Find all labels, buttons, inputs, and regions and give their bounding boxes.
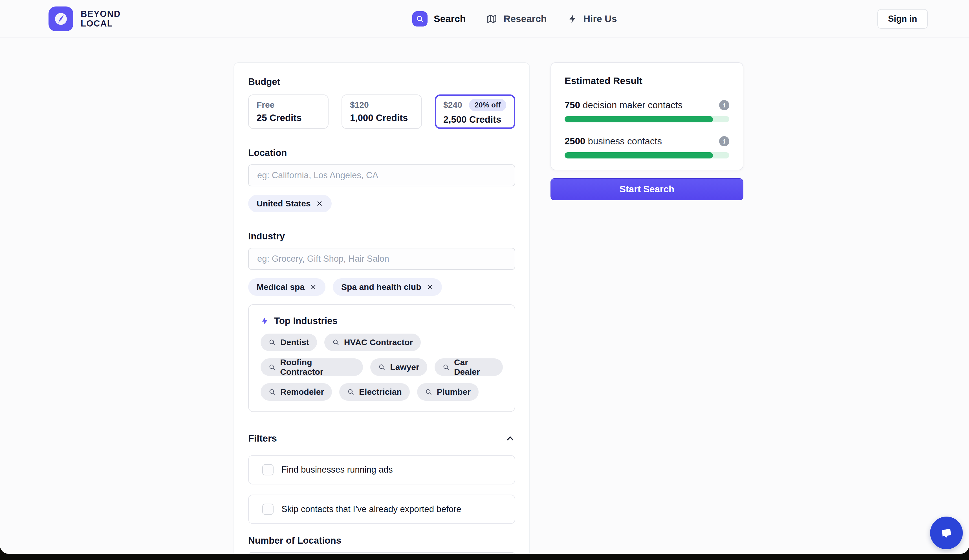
budget-option-free[interactable]: Free 25 Credits xyxy=(248,95,328,129)
nav-item-research[interactable]: Research xyxy=(486,13,546,24)
search-icon xyxy=(378,364,386,371)
estimate-column: Estimated Result 750 decision maker cont… xyxy=(551,62,743,200)
compass-logo-icon xyxy=(48,7,73,31)
industry-input[interactable] xyxy=(248,248,515,270)
estimate-text: 750 decision maker contacts xyxy=(564,100,683,111)
progress-fill xyxy=(564,152,713,158)
industry-suggestion-remodeler[interactable]: Remodeler xyxy=(261,383,332,400)
main-nav: Search Research Hire Us xyxy=(412,0,617,38)
industry-suggestion-electrician[interactable]: Electrician xyxy=(339,383,410,400)
budget-price: $120 xyxy=(350,100,369,110)
number-of-locations-select[interactable]: Any xyxy=(248,552,515,554)
chat-launcher-button[interactable] xyxy=(930,517,963,549)
industry-suggestion-car-dealer[interactable]: Car Dealer xyxy=(435,358,503,376)
estimated-result-card: Estimated Result 750 decision maker cont… xyxy=(551,62,743,170)
search-icon xyxy=(268,364,276,371)
estimate-row-decision-makers: 750 decision maker contacts i xyxy=(564,100,729,122)
nav-label-hire-us: Hire Us xyxy=(583,13,617,24)
estimate-row-business-contacts: 2500 business contacts i xyxy=(564,136,729,158)
start-search-button[interactable]: Start Search xyxy=(551,178,743,200)
top-industries-header: Top Industries xyxy=(261,316,503,326)
search-icon xyxy=(268,388,276,395)
pill-label: HVAC Contractor xyxy=(344,337,413,347)
nav-item-search[interactable]: Search xyxy=(412,11,466,27)
budget-label: Budget xyxy=(248,76,515,87)
estimate-text: 2500 business contacts xyxy=(564,136,662,146)
nav-label-search: Search xyxy=(434,13,466,24)
filters-header[interactable]: Filters xyxy=(248,433,515,444)
budget-option-120[interactable]: $120 1,000 Credits xyxy=(341,95,422,129)
search-icon xyxy=(268,339,276,346)
info-icon[interactable]: i xyxy=(719,136,729,146)
chevron-up-icon[interactable] xyxy=(505,434,515,444)
close-icon[interactable] xyxy=(316,200,323,207)
checkbox-running-ads[interactable] xyxy=(262,464,273,475)
estimate-label: decision maker contacts xyxy=(583,100,683,110)
discount-badge: 20% off xyxy=(469,99,506,111)
industry-chip[interactable]: Spa and health club xyxy=(333,278,442,296)
nav-item-hire-us[interactable]: Hire Us xyxy=(568,13,617,24)
top-industries-row: Roofing Contractor Lawyer Car Dealer xyxy=(261,358,503,376)
filter-label: Find businesses running ads xyxy=(281,465,393,475)
top-industries-panel: Top Industries Dentist HVAC Contractor xyxy=(248,304,515,412)
location-chip[interactable]: United States xyxy=(248,195,331,212)
pill-label: Roofing Contractor xyxy=(280,357,355,377)
budget-options: Free 25 Credits $120 1,000 Credits $240 … xyxy=(248,95,515,129)
estimate-value: 2500 xyxy=(564,136,585,146)
search-icon xyxy=(425,388,432,395)
close-icon[interactable] xyxy=(426,283,433,291)
industry-chip[interactable]: Medical spa xyxy=(248,278,325,296)
chat-bubble-icon xyxy=(938,524,955,542)
top-industries-row: Remodeler Electrician Plumber xyxy=(261,383,503,400)
estimated-result-title: Estimated Result xyxy=(564,75,729,86)
budget-credits: 1,000 Credits xyxy=(350,113,413,123)
location-label: Location xyxy=(248,148,515,158)
chip-label: United States xyxy=(256,199,311,208)
top-industries-title: Top Industries xyxy=(274,316,338,326)
industry-suggestion-dentist[interactable]: Dentist xyxy=(261,334,317,351)
brand-logo[interactable]: BEYOND LOCAL xyxy=(48,7,121,31)
estimate-value: 750 xyxy=(564,100,580,110)
filter-label: Skip contacts that I’ve already exported… xyxy=(281,504,461,514)
budget-price: $240 xyxy=(443,100,462,110)
close-icon[interactable] xyxy=(310,283,317,291)
app-page: BEYOND LOCAL Search xyxy=(0,0,969,554)
location-input[interactable] xyxy=(248,165,515,186)
map-icon xyxy=(486,13,497,24)
location-chips: United States xyxy=(248,195,515,212)
sign-in-button[interactable]: Sign in xyxy=(877,9,928,29)
main-content: Budget Free 25 Credits $120 1,000 Credit… xyxy=(0,38,969,554)
info-icon[interactable]: i xyxy=(719,100,729,110)
pill-label: Dentist xyxy=(280,337,309,347)
progress-track xyxy=(564,116,729,122)
pill-label: Car Dealer xyxy=(454,357,495,377)
industry-suggestion-lawyer[interactable]: Lawyer xyxy=(370,358,427,376)
industry-suggestion-roofing[interactable]: Roofing Contractor xyxy=(261,358,363,376)
industry-suggestion-plumber[interactable]: Plumber xyxy=(417,383,479,400)
search-icon xyxy=(347,388,355,395)
estimate-label: business contacts xyxy=(588,136,662,146)
lightning-icon xyxy=(261,316,269,326)
progress-fill xyxy=(564,116,713,122)
top-industries-row: Dentist HVAC Contractor xyxy=(261,334,503,351)
industry-label: Industry xyxy=(248,231,515,242)
budget-price: Free xyxy=(256,100,275,110)
pill-label: Plumber xyxy=(437,387,471,397)
chip-label: Spa and health club xyxy=(341,282,421,292)
number-of-locations-label: Number of Locations xyxy=(248,535,515,546)
search-icon xyxy=(443,364,450,371)
industry-suggestion-hvac[interactable]: HVAC Contractor xyxy=(324,334,421,351)
pill-label: Remodeler xyxy=(280,387,324,397)
budget-credits: 2,500 Credits xyxy=(443,114,507,125)
filter-skip-exported[interactable]: Skip contacts that I’ve already exported… xyxy=(248,495,515,524)
pill-label: Electrician xyxy=(359,387,402,397)
budget-option-240-selected[interactable]: $240 20% off 2,500 Credits xyxy=(435,95,515,129)
industry-chips: Medical spa Spa and health club xyxy=(248,278,515,296)
navbar: BEYOND LOCAL Search xyxy=(0,0,969,38)
pill-label: Lawyer xyxy=(390,362,419,372)
checkbox-skip-exported[interactable] xyxy=(262,504,273,515)
filter-running-ads[interactable]: Find businesses running ads xyxy=(248,455,515,484)
brand-name: BEYOND LOCAL xyxy=(81,9,121,28)
nav-label-research: Research xyxy=(503,13,546,24)
progress-track xyxy=(564,152,729,158)
